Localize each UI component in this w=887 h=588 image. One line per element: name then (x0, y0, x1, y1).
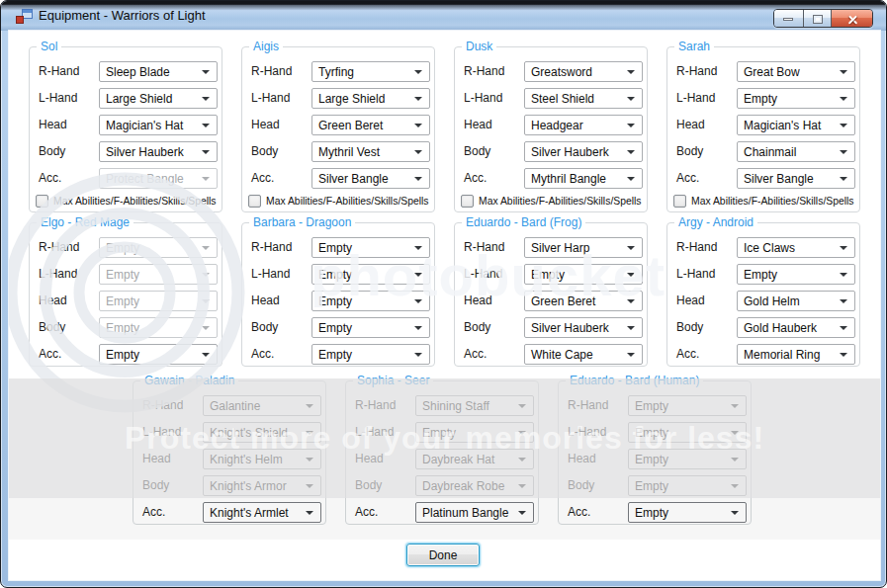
chevron-down-icon (518, 404, 526, 408)
chevron-down-icon (414, 150, 422, 154)
field-label-acc: Acc. (142, 505, 165, 519)
argy-head-select[interactable]: Gold Helm (737, 291, 855, 311)
combo-value: Greatsword (531, 65, 592, 79)
gawain-lhand-select[interactable]: Knight's Shield (203, 422, 321, 443)
barbara-rhand-select[interactable]: Empty (311, 237, 430, 258)
barbara-lhand-select[interactable]: Empty (311, 264, 430, 285)
chevron-down-icon (518, 458, 526, 462)
sophia-head-select[interactable]: Daybreak Hat (415, 449, 534, 469)
elgo-rhand-select[interactable]: Empty (99, 237, 218, 258)
chevron-down-icon (202, 353, 210, 357)
elgo-body-select[interactable]: Empty (99, 317, 218, 338)
dusk-body-select[interactable]: Silver Hauberk (524, 141, 643, 162)
dusk-head-select[interactable]: Headgear (524, 115, 643, 135)
eduardo-frog-body-select[interactable]: Silver Hauberk (524, 317, 643, 338)
caption-button-group (773, 9, 873, 28)
sophia-acc-select[interactable]: Platinum Bangle (415, 502, 534, 523)
chevron-down-icon (731, 404, 739, 408)
sarah-lhand-select[interactable]: Empty (737, 88, 855, 109)
barbara-body-select[interactable]: Empty (311, 317, 430, 338)
eduardo-frog-lhand-select[interactable]: Empty (524, 264, 643, 285)
combo-value: Steel Shield (531, 92, 594, 106)
checkbox-icon (36, 195, 48, 208)
combo-value: Daybreak Hat (422, 453, 494, 466)
sarah-head-select[interactable]: Magician's Hat (737, 115, 855, 135)
aigis-lhand-select[interactable]: Large Shield (311, 88, 430, 109)
chevron-down-icon (627, 299, 635, 303)
sol-rhand-select[interactable]: Sleep Blade (99, 61, 218, 82)
field-label-lhand: L-Hand (251, 91, 290, 105)
title-bar[interactable]: Equipment - Warriors of Light (1, 1, 886, 31)
chevron-down-icon (518, 511, 526, 515)
chevron-down-icon (414, 326, 422, 330)
chevron-down-icon (840, 97, 847, 101)
sol-max-abilities-checkbox[interactable]: Max Abilities/F-Abilities/Skills/Spells (36, 195, 217, 208)
sol-head-select[interactable]: Magician's Hat (99, 115, 218, 135)
equipment-panel-dusk: Dusk R-HandGreatsword L-HandSteel Shield… (454, 46, 648, 212)
aigis-head-select[interactable]: Green Beret (311, 115, 430, 135)
combo-value: Tyrfing (318, 65, 354, 79)
aigis-max-abilities-checkbox[interactable]: Max Abilities/F-Abilities/Skills/Spells (248, 195, 429, 208)
sol-lhand-select[interactable]: Large Shield (99, 88, 218, 109)
dusk-max-abilities-checkbox[interactable]: Max Abilities/F-Abilities/Skills/Spells (461, 195, 642, 208)
argy-body-select[interactable]: Gold Hauberk (737, 317, 855, 338)
elgo-lhand-select[interactable]: Empty (99, 264, 218, 285)
eduardo-human-acc-select[interactable]: Empty (628, 502, 747, 523)
sarah-max-abilities-checkbox[interactable]: Max Abilities/F-Abilities/Skills/Spells (673, 195, 854, 208)
sarah-acc-select[interactable]: Silver Bangle (737, 168, 855, 189)
dusk-acc-select[interactable]: Mythril Bangle (524, 168, 643, 189)
chevron-down-icon (306, 484, 313, 488)
eduardo-frog-rhand-select[interactable]: Silver Harp (524, 237, 643, 258)
maximize-button[interactable] (803, 10, 831, 27)
chevron-down-icon (414, 70, 422, 74)
sophia-rhand-select[interactable]: Shining Staff (415, 395, 534, 416)
chevron-down-icon (202, 97, 210, 101)
eduardo-human-head-select[interactable]: Empty (628, 449, 747, 469)
sol-body-select[interactable]: Silver Hauberk (99, 141, 218, 162)
barbara-head-select[interactable]: Empty (311, 291, 430, 311)
dusk-rhand-select[interactable]: Greatsword (524, 61, 643, 82)
combo-value: Gold Hauberk (744, 321, 817, 335)
eduardo-human-body-select[interactable]: Empty (628, 475, 747, 496)
gawain-acc-select[interactable]: Knight's Armlet (203, 502, 321, 523)
eduardo-frog-acc-select[interactable]: White Cape (524, 344, 643, 365)
gawain-body-select[interactable]: Knight's Armor (203, 475, 321, 496)
aigis-acc-select[interactable]: Silver Bangle (311, 168, 430, 189)
field-label-rhand: R-Hand (39, 240, 79, 254)
elgo-acc-select[interactable]: Empty (99, 344, 218, 365)
dusk-lhand-select[interactable]: Steel Shield (524, 88, 643, 109)
chevron-down-icon (627, 273, 635, 277)
combo-value: Empty (318, 321, 352, 335)
done-button[interactable]: Done (406, 544, 480, 566)
gawain-head-select[interactable]: Knight's Helm (203, 449, 321, 469)
field-label-body: Body (464, 144, 490, 158)
chevron-down-icon (627, 177, 635, 181)
field-label-acc: Acc. (568, 505, 590, 519)
equipment-panel-sol: Sol R-HandSleep Blade L-HandLarge Shield… (29, 46, 222, 212)
field-label-lhand: L-Hand (39, 267, 77, 281)
eduardo-human-lhand-select[interactable]: Empty (628, 422, 747, 443)
argy-lhand-select[interactable]: Empty (737, 264, 855, 285)
field-label-body: Body (676, 144, 703, 158)
sophia-body-select[interactable]: Daybreak Robe (415, 475, 534, 496)
checkbox-icon (461, 195, 474, 208)
gawain-rhand-select[interactable]: Galantine (203, 395, 321, 416)
sarah-body-select[interactable]: Chainmail (737, 141, 855, 162)
barbara-acc-select[interactable]: Empty (311, 344, 430, 365)
sol-acc-select[interactable]: Protect Bangle (99, 168, 218, 189)
elgo-head-select[interactable]: Empty (99, 291, 218, 311)
aigis-body-select[interactable]: Mythril Vest (311, 141, 430, 162)
eduardo-human-rhand-select[interactable]: Empty (628, 395, 747, 416)
sophia-lhand-select[interactable]: Empty (415, 422, 534, 443)
sarah-rhand-select[interactable]: Great Bow (737, 61, 855, 82)
close-button[interactable] (831, 10, 872, 27)
aigis-rhand-select[interactable]: Tyrfing (311, 61, 430, 82)
combo-value: Silver Hauberk (106, 145, 184, 159)
field-label-lhand: L-Hand (39, 91, 77, 105)
minimize-button[interactable] (774, 10, 803, 27)
eduardo-frog-head-select[interactable]: Green Beret (524, 291, 643, 311)
chevron-down-icon (306, 404, 313, 408)
field-label-rhand: R-Hand (355, 398, 396, 412)
argy-acc-select[interactable]: Memorial Ring (737, 344, 855, 365)
argy-rhand-select[interactable]: Ice Claws (737, 237, 855, 258)
